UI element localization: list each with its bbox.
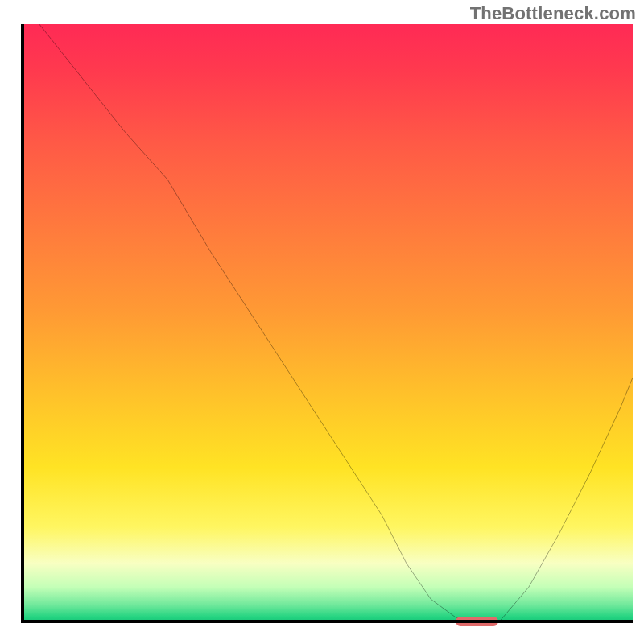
- gradient-background: [21, 24, 633, 623]
- plot-area: [21, 24, 633, 623]
- bottleneck-chart: TheBottleneck.com: [0, 0, 644, 644]
- optimal-region-marker: [456, 617, 498, 626]
- attribution-text: TheBottleneck.com: [470, 3, 636, 24]
